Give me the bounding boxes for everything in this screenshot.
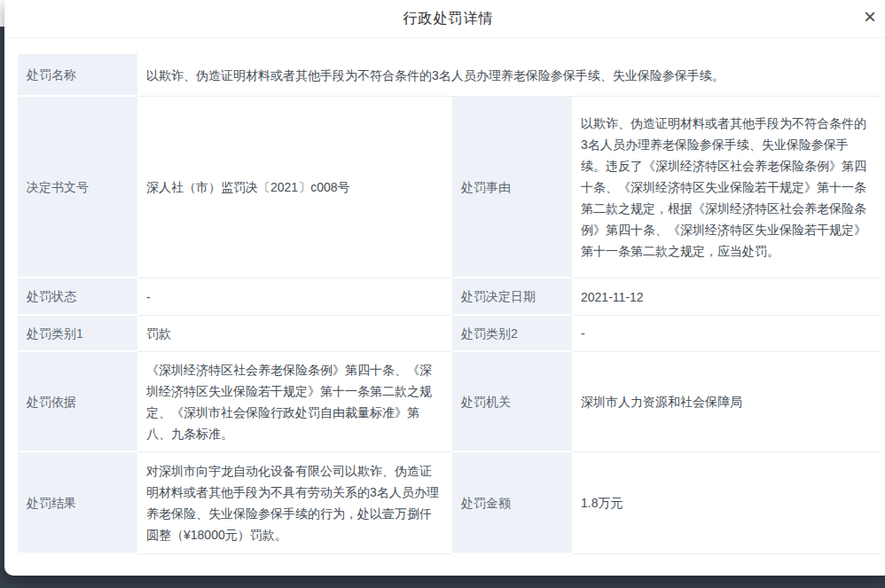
label-category-1: 处罚类别1 [18,316,137,352]
label-penalty-result: 处罚结果 [18,452,137,554]
value-category-2: - [572,316,881,352]
penalty-detail-dialog: 行政处罚详情 × 处罚名称 以欺诈、伪造证明材料或者其他手段为不符合条件的3名人… [4,0,885,576]
dialog-title: 行政处罚详情 [403,10,494,28]
label-decision-date: 处罚决定日期 [452,278,572,316]
value-penalty-reason: 以欺诈、伪造证明材料或者其他手段为不符合条件的3名人员办理养老保险参保手续、失业… [572,97,881,278]
label-decision-number: 决定书文号 [18,97,137,278]
label-penalty-basis: 处罚依据 [18,352,137,452]
label-penalty-name: 处罚名称 [18,54,137,97]
label-category-2: 处罚类别2 [452,316,572,352]
value-penalty-basis: 《深圳经济特区社会养老保险条例》第四十条、《深圳经济特区失业保险若干规定》第十一… [137,352,452,452]
label-penalty-amount: 处罚金额 [452,452,572,554]
page-background: { "dialog": { "title": "行政处罚详情", "close_… [0,0,885,588]
value-penalty-amount: 1.8万元 [572,452,881,554]
value-penalty-status: - [137,278,452,316]
value-decision-number: 深人社（市）监罚决〔2021〕c008号 [137,97,452,278]
penalty-detail-table: 处罚名称 以欺诈、伪造证明材料或者其他手段为不符合条件的3名人员办理养老保险参保… [18,54,881,554]
label-penalty-authority: 处罚机关 [452,352,572,452]
label-penalty-status: 处罚状态 [18,278,137,316]
value-decision-date: 2021-11-12 [572,278,881,316]
label-penalty-reason: 处罚事由 [452,97,572,278]
dialog-header: 行政处罚详情 × [4,0,885,38]
value-category-1: 罚款 [137,316,452,352]
value-penalty-result: 对深圳市向宇龙自动化设备有限公司以欺诈、伪造证明材料或者其他手段为不具有劳动关系… [137,452,452,554]
value-penalty-authority: 深圳市人力资源和社会保障局 [572,352,881,452]
value-penalty-name: 以欺诈、伪造证明材料或者其他手段为不符合条件的3名人员办理养老保险参保手续、失业… [137,54,881,97]
close-icon[interactable]: × [858,2,881,32]
